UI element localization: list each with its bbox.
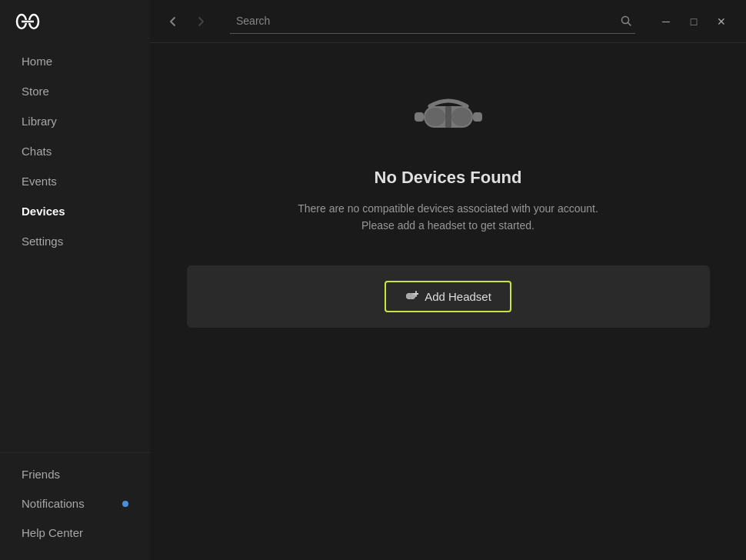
sidebar-item-settings-label: Settings bbox=[22, 235, 63, 248]
svg-point-14 bbox=[406, 294, 411, 298]
empty-state: No Devices Found There are no compatible… bbox=[256, 89, 641, 328]
titlebar: ─ □ ✕ bbox=[150, 0, 746, 43]
maximize-button[interactable]: □ bbox=[681, 9, 706, 34]
back-button[interactable] bbox=[162, 11, 184, 32]
sidebar-item-store[interactable]: Store bbox=[6, 77, 144, 105]
sidebar-item-settings[interactable]: Settings bbox=[6, 227, 144, 255]
sidebar-item-library[interactable]: Library bbox=[6, 107, 144, 135]
sidebar-item-chats[interactable]: Chats bbox=[6, 137, 144, 165]
headset-illustration bbox=[410, 89, 487, 143]
svg-rect-11 bbox=[473, 112, 482, 122]
meta-logo-icon bbox=[15, 9, 40, 34]
app-logo[interactable] bbox=[0, 0, 150, 43]
sidebar-item-help-center[interactable]: Help Center bbox=[6, 518, 144, 547]
svg-line-5 bbox=[628, 23, 631, 26]
add-headset-container: Add Headset bbox=[187, 265, 710, 328]
svg-point-9 bbox=[451, 108, 471, 126]
empty-description-line1: There are no compatible devices associat… bbox=[298, 202, 598, 215]
sidebar-item-friends[interactable]: Friends bbox=[6, 460, 144, 488]
close-button[interactable]: ✕ bbox=[709, 9, 734, 34]
empty-description: There are no compatible devices associat… bbox=[298, 200, 598, 235]
notification-badge bbox=[122, 501, 128, 507]
add-headset-button[interactable]: Add Headset bbox=[385, 281, 511, 312]
sidebar-item-friends-label: Friends bbox=[22, 468, 60, 481]
sidebar-item-devices-label: Devices bbox=[22, 205, 65, 218]
headset-add-icon bbox=[405, 290, 418, 302]
back-arrow-icon bbox=[167, 15, 179, 28]
svg-point-8 bbox=[425, 108, 445, 126]
search-button[interactable] bbox=[617, 12, 635, 30]
sidebar-item-home-label: Home bbox=[22, 55, 52, 68]
window-controls: ─ □ ✕ bbox=[654, 9, 734, 34]
sidebar-bottom: Friends Notifications Help Center bbox=[0, 452, 150, 560]
main-content: ─ □ ✕ No Devic bbox=[150, 0, 746, 560]
add-headset-button-label: Add Headset bbox=[425, 290, 491, 303]
empty-title: No Devices Found bbox=[375, 168, 522, 188]
nav-arrows bbox=[162, 11, 211, 32]
forward-button[interactable] bbox=[190, 11, 211, 32]
sidebar-nav: Home Store Library Chats Events Devices … bbox=[0, 43, 150, 452]
sidebar-item-library-label: Library bbox=[22, 115, 57, 128]
sidebar-item-devices[interactable]: Devices bbox=[6, 197, 144, 225]
sidebar-item-notifications[interactable]: Notifications bbox=[6, 489, 144, 518]
svg-rect-10 bbox=[415, 112, 424, 122]
empty-description-line2: Please add a headset to get started. bbox=[361, 219, 535, 232]
sidebar-item-home[interactable]: Home bbox=[6, 47, 144, 75]
minimize-button[interactable]: ─ bbox=[654, 9, 678, 34]
content-area: No Devices Found There are no compatible… bbox=[150, 43, 746, 560]
sidebar: Home Store Library Chats Events Devices … bbox=[0, 0, 150, 560]
sidebar-item-events-label: Events bbox=[22, 175, 57, 188]
sidebar-item-help-center-label: Help Center bbox=[22, 526, 83, 539]
sidebar-item-chats-label: Chats bbox=[22, 145, 52, 158]
svg-rect-7 bbox=[445, 106, 451, 128]
search-container bbox=[230, 8, 635, 34]
search-input[interactable] bbox=[230, 13, 617, 28]
sidebar-item-events[interactable]: Events bbox=[6, 167, 144, 195]
sidebar-item-notifications-label: Notifications bbox=[22, 497, 85, 510]
sidebar-item-store-label: Store bbox=[22, 85, 49, 98]
search-icon bbox=[620, 15, 632, 27]
forward-arrow-icon bbox=[195, 15, 207, 28]
